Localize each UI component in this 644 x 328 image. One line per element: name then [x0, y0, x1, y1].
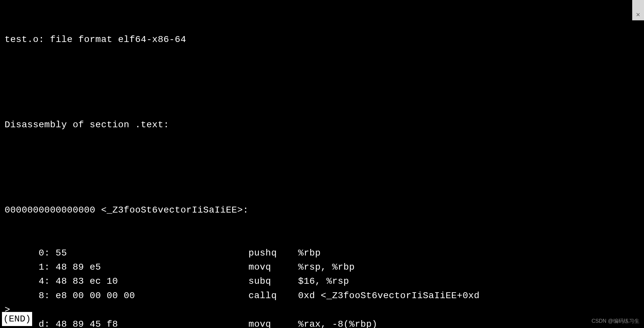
instruction-mnemonic: callq	[249, 289, 298, 303]
offset-separator: :	[44, 289, 56, 303]
instruction-hex: 48 83 ec 10	[56, 274, 249, 288]
blank-line	[5, 160, 639, 174]
instruction-hex: 48 89 45 f8	[56, 317, 249, 328]
instruction-offset: 8	[5, 289, 44, 303]
instruction-mnemonic: movq	[249, 260, 298, 274]
instruction-offset: 4	[5, 274, 44, 288]
instruction-offset: 0	[5, 246, 44, 260]
instruction-hex: e8 00 00 00 00	[56, 289, 249, 303]
offset-separator: :	[44, 246, 56, 260]
close-icon: ×	[636, 9, 640, 20]
instruction-operands: %rsp, %rbp	[298, 260, 355, 274]
instruction-hex: 55	[56, 246, 249, 260]
instruction-mnemonic: subq	[249, 274, 298, 288]
instruction-list: 0: 55pushq%rbp1: 48 89 e5movq%rsp, %rbp4…	[5, 246, 639, 328]
instruction-mnemonic: pushq	[249, 246, 298, 260]
watermark-text: CSDN @编码练习生	[592, 317, 639, 325]
disassembly-section-header: Disassembly of section .text:	[5, 118, 639, 132]
instruction-row: d: 48 89 45 f8movq%rax, -8(%rbp)	[5, 317, 639, 328]
close-button[interactable]: ×	[632, 0, 644, 20]
blank-line	[5, 75, 639, 89]
terminal-output: test.o: file format elf64-x86-64 Disasse…	[0, 0, 644, 328]
offset-separator: :	[44, 274, 56, 288]
instruction-row: 4: 48 83 ec 10subq$16, %rsp	[5, 274, 639, 288]
pager-end-marker: (END)	[2, 312, 32, 326]
instruction-row: 0: 55pushq%rbp	[5, 246, 639, 260]
instruction-operands: %rax, -8(%rbp)	[298, 317, 377, 328]
offset-separator: :	[44, 317, 56, 328]
instruction-offset: 1	[5, 260, 44, 274]
instruction-hex: 48 89 e5	[56, 260, 249, 274]
instruction-operands: %rbp	[298, 246, 321, 260]
symbol-header: 0000000000000000 <_Z3fooSt6vectorIiSaIiE…	[5, 203, 639, 217]
instruction-row: 1: 48 89 e5movq%rsp, %rbp	[5, 260, 639, 274]
offset-separator: :	[44, 260, 56, 274]
instruction-operands: $16, %rsp	[298, 274, 349, 288]
instruction-operands: 0xd <_Z3fooSt6vectorIiSaIiEE+0xd	[298, 289, 480, 303]
file-format-line: test.o: file format elf64-x86-64	[5, 32, 639, 47]
instruction-row: 8: e8 00 00 00 00callq0xd <_Z3fooSt6vect…	[5, 289, 639, 303]
wrap-continuation: >	[5, 303, 639, 317]
instruction-mnemonic: movq	[249, 317, 298, 328]
